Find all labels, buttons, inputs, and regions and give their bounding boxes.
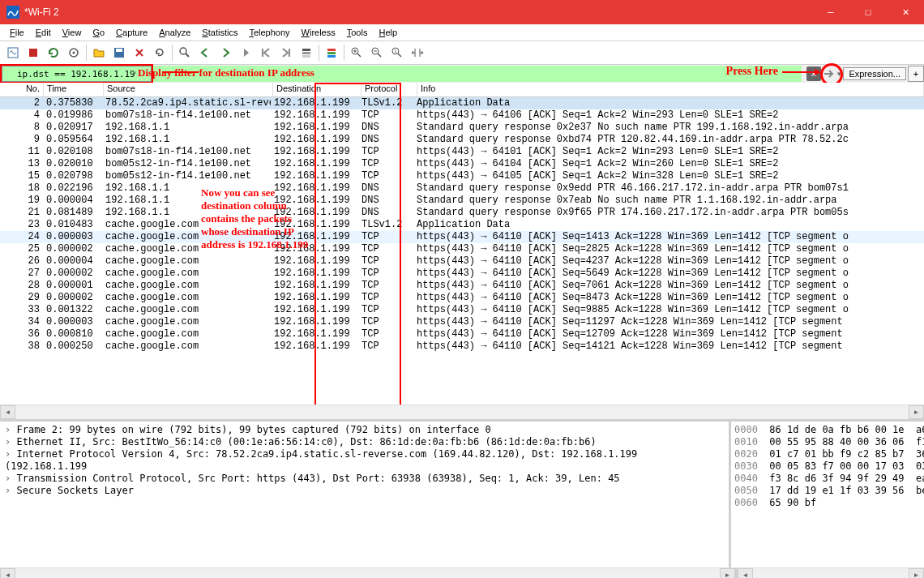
menu-view[interactable]: View — [57, 26, 88, 39]
packet-row[interactable]: 380.000250cache.google.com192.168.1.199T… — [0, 340, 924, 353]
packet-row[interactable]: 290.000002cache.google.com192.168.1.199T… — [0, 292, 924, 304]
packet-row[interactable]: 280.000001cache.google.com192.168.1.199T… — [0, 280, 924, 292]
zoom-out-icon[interactable] — [367, 43, 387, 62]
svg-rect-14 — [327, 49, 336, 51]
packet-list[interactable]: No.TimeSourceDestinationProtocolInfo 20.… — [0, 83, 924, 422]
detail-tree-row[interactable]: Ethernet II, Src: BestItWo_56:14:c0 (00:… — [5, 436, 724, 448]
auto-scroll-icon[interactable] — [297, 43, 316, 62]
details-scroll-right[interactable]: ► — [720, 568, 735, 578]
hex-scroll-right[interactable]: ► — [909, 568, 924, 578]
stop-capture-icon[interactable] — [24, 43, 43, 62]
svg-rect-13 — [302, 55, 310, 58]
svg-line-18 — [357, 54, 361, 57]
column-header-destination[interactable]: Destination — [273, 83, 361, 96]
column-header-source[interactable]: Source — [104, 83, 273, 96]
detail-tree-row[interactable]: Transmission Control Protocol, Src Port:… — [5, 473, 724, 485]
hex-row[interactable]: 0010 00 55 95 88 40 00 36 06 f1 — [734, 436, 921, 448]
svg-line-22 — [378, 54, 381, 57]
menu-wireless[interactable]: Wireless — [296, 26, 341, 39]
go-first-icon[interactable] — [256, 43, 276, 62]
column-header-time[interactable]: Time — [44, 83, 104, 96]
packet-row[interactable]: 40.019986bom07s18-in-f14.1e100.net192.16… — [0, 109, 924, 122]
start-capture-icon[interactable] — [3, 43, 23, 62]
packet-row[interactable]: 150.020798bom05s12-in-f14.1e100.net192.1… — [0, 170, 924, 182]
svg-line-25 — [398, 54, 401, 57]
column-header-no[interactable]: No. — [0, 83, 44, 96]
menu-telephony[interactable]: Telephony — [243, 26, 295, 39]
packet-row[interactable]: 210.081489192.168.1.1192.168.1.199DNSSta… — [0, 207, 924, 219]
wireshark-icon — [6, 6, 19, 19]
column-header-info[interactable]: Info — [417, 83, 924, 96]
menu-file[interactable]: File — [4, 26, 30, 39]
go-to-packet-icon[interactable] — [236, 43, 255, 62]
close-file-icon[interactable] — [130, 43, 149, 62]
hex-row[interactable]: 0030 00 05 83 f7 00 00 17 03 03 — [734, 460, 921, 473]
svg-point-4 — [73, 52, 75, 54]
zoom-reset-icon[interactable]: 1 — [387, 43, 407, 62]
menu-capture[interactable]: Capture — [110, 26, 153, 39]
packet-row[interactable]: 180.022196192.168.1.1192.168.1.199DNSSta… — [0, 182, 924, 195]
svg-rect-12 — [302, 52, 310, 54]
menu-statistics[interactable]: Statistics — [196, 26, 243, 39]
hex-scroll-left[interactable]: ◄ — [738, 568, 753, 578]
menu-go[interactable]: Go — [87, 26, 110, 39]
packet-row[interactable]: 190.000004192.168.1.1192.168.1.199DNSSta… — [0, 195, 924, 207]
packet-row[interactable]: 20.37583078.52.2ca9.ip4.static.sl-revers… — [0, 97, 924, 109]
titlebar: *Wi-Fi 2 ─ □ ✕ — [0, 0, 924, 24]
menu-edit[interactable]: Edit — [30, 26, 57, 39]
reload-icon[interactable] — [150, 43, 169, 62]
hex-row[interactable]: 0050 17 dd 19 e1 1f 03 39 56 be — [734, 485, 921, 497]
menu-analyze[interactable]: Analyze — [153, 26, 196, 39]
details-scroll-left[interactable]: ◄ — [0, 568, 15, 578]
packet-row[interactable]: 330.001322cache.google.com192.168.1.199T… — [0, 304, 924, 316]
detail-tree-row[interactable]: Internet Protocol Version 4, Src: 78.52.… — [5, 448, 724, 473]
packet-row[interactable]: 80.020917192.168.1.1192.168.1.199DNSStan… — [0, 122, 924, 134]
open-file-icon[interactable] — [89, 43, 109, 62]
find-icon[interactable] — [175, 43, 195, 62]
apply-filter-button[interactable] — [821, 66, 837, 82]
go-forward-icon[interactable] — [216, 43, 235, 62]
add-filter-button[interactable]: + — [908, 66, 924, 82]
packet-bytes-pane[interactable]: 0000 86 1d de 0a fb b6 00 1e a60010 00 5… — [731, 422, 924, 567]
packet-row[interactable]: 240.000003cache.google.com192.168.1.199T… — [0, 231, 924, 243]
svg-rect-11 — [302, 49, 310, 51]
bottom-panes: Frame 2: 99 bytes on wire (792 bits), 99… — [0, 422, 924, 567]
packet-row[interactable]: 270.000002cache.google.com192.168.1.199T… — [0, 268, 924, 280]
packet-row[interactable]: 230.010483cache.google.com192.168.1.199T… — [0, 219, 924, 231]
colorize-icon[interactable] — [322, 43, 341, 62]
capture-options-icon[interactable] — [64, 43, 83, 62]
display-filter-input[interactable] — [2, 66, 152, 82]
hex-row[interactable]: 0000 86 1d de 0a fb b6 00 1e a6 — [734, 424, 921, 436]
svg-line-8 — [186, 54, 189, 57]
svg-point-7 — [180, 48, 186, 54]
zoom-in-icon[interactable] — [347, 43, 366, 62]
packet-row[interactable]: 130.020010bom05s12-in-f14.1e100.net192.1… — [0, 158, 924, 170]
packet-row[interactable]: 110.020108bom07s18-in-f14.1e100.net192.1… — [0, 146, 924, 158]
expression-button[interactable]: Expression... — [843, 67, 906, 80]
column-header-protocol[interactable]: Protocol — [361, 83, 417, 96]
packet-details-pane[interactable]: Frame 2: 99 bytes on wire (792 bits), 99… — [0, 422, 731, 567]
packet-row[interactable]: 260.000004cache.google.com192.168.1.199T… — [0, 255, 924, 268]
packet-row[interactable]: 250.000002cache.google.com192.168.1.199T… — [0, 243, 924, 255]
save-file-icon[interactable] — [109, 43, 129, 62]
go-back-icon[interactable] — [195, 43, 215, 62]
menu-tools[interactable]: Tools — [341, 26, 374, 39]
detail-tree-row[interactable]: Frame 2: 99 bytes on wire (792 bits), 99… — [5, 424, 724, 436]
maximize-button[interactable]: □ — [849, 0, 887, 24]
packet-row[interactable]: 90.059564192.168.1.1192.168.1.199DNSStan… — [0, 134, 924, 146]
minimize-button[interactable]: ─ — [812, 0, 849, 24]
go-last-icon[interactable] — [276, 43, 296, 62]
packet-row[interactable]: 360.000810cache.google.com192.168.1.199T… — [0, 328, 924, 340]
scroll-right-button[interactable]: ► — [909, 405, 924, 419]
resize-columns-icon[interactable] — [408, 43, 427, 62]
menu-help[interactable]: Help — [373, 26, 403, 39]
packet-row[interactable]: 340.000003cache.google.com192.168.1.199T… — [0, 316, 924, 328]
detail-tree-row[interactable]: Secure Sockets Layer — [5, 485, 724, 497]
restart-capture-icon[interactable] — [44, 43, 63, 62]
hex-row[interactable]: 0040 f3 8c d6 3f 94 9f 29 49 ea — [734, 473, 921, 485]
close-button[interactable]: ✕ — [887, 0, 924, 24]
hex-row[interactable]: 0020 01 c7 01 bb f9 c2 85 b7 36 — [734, 448, 921, 460]
scroll-left-button[interactable]: ◄ — [0, 405, 15, 419]
hex-row[interactable]: 0060 65 90 bf — [734, 497, 921, 509]
svg-text:1: 1 — [394, 49, 397, 54]
